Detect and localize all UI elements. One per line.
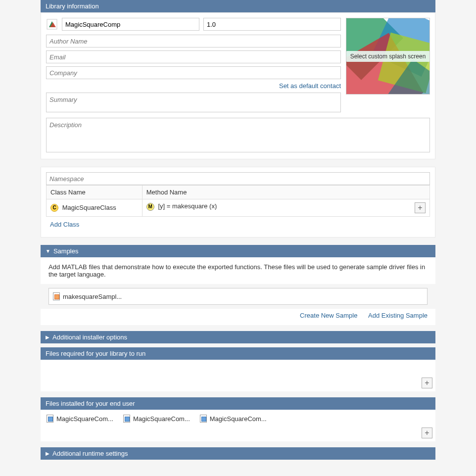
runtime-settings-title: Additional runtime settings (52, 450, 128, 457)
library-icon (46, 18, 58, 30)
files-required-body: + (41, 360, 435, 391)
files-required-header: Files required for your library to run (41, 347, 435, 360)
chevron-right-icon: ▶ (46, 334, 49, 340)
library-info-title: Library information (46, 2, 99, 10)
set-default-contact-link[interactable]: Set as default contact (279, 82, 341, 90)
installed-file-name: MagicSquareCom... (56, 415, 113, 423)
installed-file-name: MagicSquareCom... (210, 415, 267, 423)
installer-options-header[interactable]: ▶ Additional installer options (41, 331, 435, 343)
summary-textarea[interactable] (46, 93, 341, 112)
library-version-input[interactable] (203, 18, 341, 31)
create-new-sample-link[interactable]: Create New Sample (300, 312, 357, 319)
add-existing-sample-link[interactable]: Add Existing Sample (368, 312, 428, 319)
namespace-input[interactable] (46, 172, 430, 185)
files-required-title: Files required for your library to run (46, 350, 145, 357)
splash-screen-selector[interactable]: Select custom splash screen (346, 18, 430, 95)
library-info-header: Library information (41, 0, 435, 12)
file-icon (53, 292, 60, 300)
file-icon (123, 415, 130, 423)
installed-file-name: MagicSquareCom... (133, 415, 190, 423)
runtime-settings-header[interactable]: ▶ Additional runtime settings (41, 447, 435, 460)
table-header-row: Class Name Method Name (47, 186, 430, 199)
classes-panel: Class Name Method Name C MagicSquareClas… (41, 167, 435, 238)
chevron-right-icon: ▶ (46, 451, 49, 456)
file-icon (200, 415, 207, 423)
samples-title: Samples (53, 247, 79, 255)
sample-file-item[interactable]: makesquareSampl... (48, 288, 428, 305)
add-method-button[interactable]: + (415, 202, 426, 213)
table-row: C MagicSquareClass M [y] = makesquare (x… (47, 199, 430, 217)
company-input[interactable] (46, 66, 341, 79)
installed-file-item[interactable]: MagicSquareCom... (47, 415, 113, 423)
samples-header[interactable]: ▼ Samples (41, 245, 435, 257)
add-required-file-button[interactable]: + (422, 378, 432, 388)
email-input[interactable] (46, 50, 341, 63)
class-icon: C (50, 204, 58, 212)
method-icon: M (146, 203, 154, 211)
sample-file-name: makesquareSampl... (63, 293, 122, 300)
library-info-panel: Set as default contact Select custom spl… (41, 12, 435, 159)
installed-file-item[interactable]: MagicSquareCom... (123, 415, 190, 423)
description-textarea[interactable] (46, 118, 430, 152)
col-header-class: Class Name (47, 186, 143, 199)
file-icon (47, 415, 53, 423)
files-installed-title: Files installed for your end user (46, 400, 135, 407)
library-name-input[interactable] (62, 18, 199, 31)
author-name-input[interactable] (46, 35, 341, 48)
add-class-link[interactable]: Add Class (50, 221, 79, 228)
splash-label: Select custom splash screen (346, 51, 430, 62)
installer-options-title: Additional installer options (52, 333, 127, 341)
class-table: Class Name Method Name C MagicSquareClas… (46, 185, 430, 217)
add-installed-file-button[interactable]: + (422, 428, 432, 438)
files-installed-header: Files installed for your end user (41, 397, 435, 410)
class-name: MagicSquareClass (62, 204, 116, 211)
installed-file-item[interactable]: MagicSquareCom... (200, 415, 267, 423)
method-signature: [y] = makesquare (x) (158, 202, 217, 210)
files-installed-body: MagicSquareCom... MagicSquareCom... Magi… (41, 410, 435, 441)
samples-description: Add MATLAB files that demonstrate how to… (41, 257, 435, 284)
col-header-method: Method Name (142, 186, 429, 199)
sample-links: Create New Sample Add Existing Sample (41, 309, 435, 325)
chevron-down-icon: ▼ (46, 248, 50, 254)
